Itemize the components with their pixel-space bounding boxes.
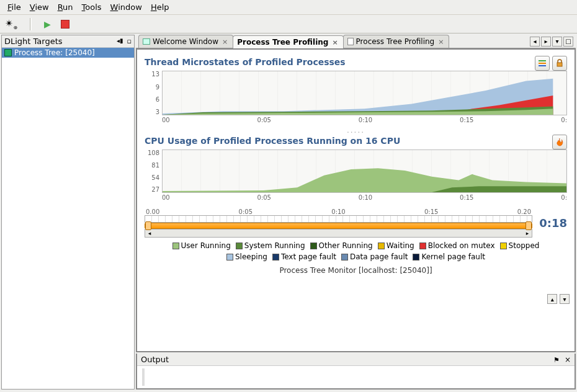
svg-rect-1 bbox=[539, 63, 546, 64]
legend-label: Text page fault bbox=[281, 252, 336, 261]
output-title: Output bbox=[141, 355, 169, 364]
scroll-right-icon[interactable]: ▸ bbox=[523, 230, 532, 236]
content-area: Welcome Window × Process Tree Profiling … bbox=[136, 35, 576, 390]
legend-icon[interactable] bbox=[535, 56, 550, 71]
menu-run[interactable]: Run bbox=[54, 1, 77, 13]
panel-area: Thread Microstates of Profiled Processes bbox=[136, 48, 576, 390]
chart-plot[interactable] bbox=[162, 71, 567, 115]
ruler[interactable] bbox=[145, 215, 532, 223]
swatch bbox=[272, 254, 279, 261]
legend-label: User Running bbox=[181, 241, 231, 250]
close-icon[interactable]: × bbox=[562, 355, 571, 364]
legend-item: Kernel page fault bbox=[413, 252, 485, 261]
time-readout: 0:18 bbox=[536, 216, 567, 229]
legend-item: Blocked on mutex bbox=[419, 241, 495, 250]
swatch bbox=[236, 243, 243, 249]
lock-icon[interactable] bbox=[552, 56, 567, 71]
legend-scroll: ▴ ▾ bbox=[547, 294, 570, 304]
toolbar: ✴⊕ ▶ bbox=[0, 15, 577, 33]
horiz-scrollbar[interactable]: ◂ ▸ bbox=[145, 229, 532, 238]
swatch bbox=[341, 254, 348, 261]
scroll-left-icon[interactable]: ◂ bbox=[145, 230, 154, 236]
close-icon[interactable]: × bbox=[221, 38, 229, 46]
legend-label: Stopped bbox=[509, 241, 540, 250]
monitor-label: Process Tree Monitor [localhost: [25040]… bbox=[145, 265, 567, 276]
swatch bbox=[310, 243, 317, 249]
menu-view[interactable]: View bbox=[26, 1, 53, 13]
legend-label: Other Running bbox=[319, 241, 373, 250]
menubar: File View Run Tools Window Help bbox=[0, 0, 577, 15]
swatch bbox=[413, 254, 419, 261]
legend-label: Sleeping bbox=[235, 252, 267, 261]
tab-welcome[interactable]: Welcome Window × bbox=[138, 35, 233, 48]
sidebar-title: DLight Targets bbox=[4, 37, 63, 46]
slider-thumb-right[interactable] bbox=[526, 221, 532, 230]
menu-tools[interactable]: Tools bbox=[78, 1, 105, 13]
wand-icon[interactable]: ✴⊕ bbox=[5, 17, 17, 30]
svg-rect-0 bbox=[539, 60, 546, 61]
y-axis: 13963 bbox=[145, 71, 162, 115]
swatch bbox=[226, 254, 233, 261]
timeline: 0.000:050:100:150.20 ◂ ▸ 0:18 bbox=[145, 208, 567, 238]
swatch bbox=[378, 243, 385, 249]
output-body[interactable] bbox=[142, 368, 570, 386]
swatch bbox=[419, 243, 426, 249]
swatch bbox=[500, 243, 507, 249]
chart-cpu: CPU Usage of Profiled Processes Running … bbox=[145, 135, 567, 201]
close-sidebar-icon[interactable]: ▫ bbox=[125, 37, 132, 45]
tab-label: Welcome Window bbox=[153, 37, 218, 46]
slider-thumb-left[interactable] bbox=[145, 221, 151, 230]
tab-profiling-1[interactable]: Process Tree Profiling × bbox=[233, 35, 343, 48]
legend-item: Sleeping bbox=[226, 252, 267, 261]
close-icon[interactable]: × bbox=[437, 38, 445, 46]
sidebar-item-label: Process Tree: [25040] bbox=[14, 48, 95, 57]
flame-icon[interactable] bbox=[552, 135, 567, 149]
main-area: DLight Targets ◂▮ ▫ Process Tree: [25040… bbox=[0, 33, 577, 391]
profiler-panel: Thread Microstates of Profiled Processes bbox=[136, 48, 576, 352]
legend-label: System Running bbox=[244, 241, 305, 250]
legend-label: Data page fault bbox=[350, 252, 408, 261]
x-axis: 000:050:100:150: bbox=[145, 115, 567, 123]
legend-item: Waiting bbox=[378, 241, 414, 250]
pin-icon[interactable]: ⚑ bbox=[553, 356, 560, 364]
scroll-left-icon[interactable]: ◂ bbox=[530, 37, 540, 47]
window-icon bbox=[143, 38, 150, 45]
minimize-sidebar-icon[interactable]: ◂▮ bbox=[117, 37, 123, 45]
stop-icon[interactable] bbox=[61, 20, 69, 29]
sidebar: DLight Targets ◂▮ ▫ Process Tree: [25040… bbox=[1, 35, 135, 390]
menu-file[interactable]: File bbox=[4, 1, 25, 13]
chart-title: Thread Microstates of Profiled Processes bbox=[145, 57, 346, 67]
menu-help[interactable]: Help bbox=[147, 1, 173, 13]
x-axis: 000:050:100:150: bbox=[145, 193, 567, 201]
close-icon[interactable]: × bbox=[331, 38, 339, 47]
time-slider[interactable] bbox=[145, 223, 532, 229]
legend-label: Kernel page fault bbox=[421, 252, 485, 261]
sidebar-item-process-tree[interactable]: Process Tree: [25040] bbox=[2, 48, 134, 58]
legend-item: Other Running bbox=[310, 241, 373, 250]
sidebar-header: DLight Targets ◂▮ ▫ bbox=[2, 35, 134, 48]
y-axis: 108815427 bbox=[145, 149, 162, 193]
chart-plot[interactable] bbox=[162, 149, 567, 193]
tab-bar: Welcome Window × Process Tree Profiling … bbox=[136, 35, 576, 48]
ruler-labels: 0.000:050:100:150.20 bbox=[145, 208, 532, 215]
legend-item: Stopped bbox=[500, 241, 540, 250]
maximize-icon[interactable]: □ bbox=[563, 37, 573, 47]
legend: User RunningSystem RunningOther RunningW… bbox=[145, 238, 567, 265]
menu-window[interactable]: Window bbox=[107, 1, 146, 13]
chart-title: CPU Usage of Profiled Processes Running … bbox=[145, 136, 400, 146]
swatch bbox=[172, 243, 179, 249]
dropdown-icon[interactable]: ▾ bbox=[552, 37, 562, 47]
scroll-up-icon[interactable]: ▴ bbox=[547, 294, 557, 304]
legend-item: Data page fault bbox=[341, 252, 408, 261]
scroll-right-icon[interactable]: ▸ bbox=[541, 37, 551, 47]
legend-item: System Running bbox=[236, 241, 305, 250]
tab-label: Process Tree Profiling bbox=[356, 37, 435, 46]
svg-rect-2 bbox=[539, 65, 546, 66]
tab-profiling-2[interactable]: Process Tree Profiling × bbox=[343, 35, 450, 48]
scroll-down-icon[interactable]: ▾ bbox=[560, 294, 570, 304]
tab-controls: ◂ ▸ ▾ □ bbox=[530, 37, 576, 47]
legend-item: Text page fault bbox=[272, 252, 336, 261]
play-icon[interactable]: ▶ bbox=[44, 19, 51, 29]
legend-label: Blocked on mutex bbox=[428, 241, 495, 250]
chart-microstates: Thread Microstates of Profiled Processes bbox=[145, 56, 567, 123]
